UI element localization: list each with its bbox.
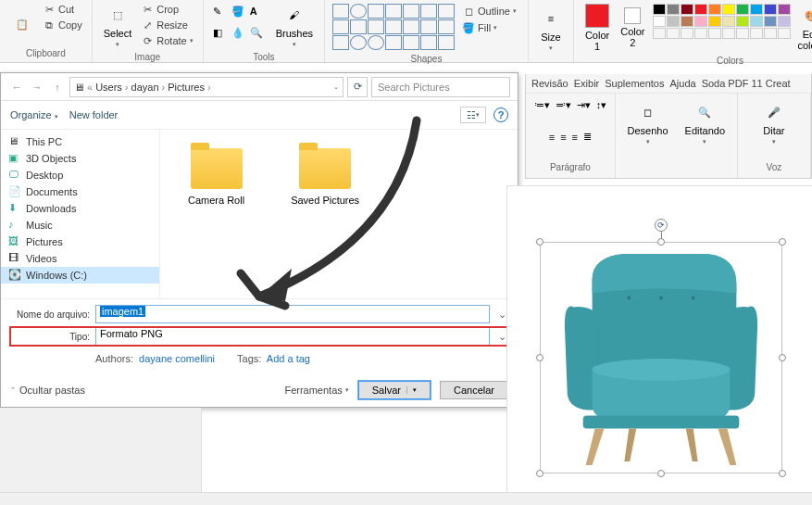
picker-tool[interactable]: 💧 (231, 27, 248, 46)
save-dropdown[interactable]: ▾ (406, 386, 417, 394)
paste-button[interactable]: 📋 (6, 2, 39, 46)
eraser-tool[interactable]: ◧ (213, 27, 230, 46)
crop-button[interactable]: ✂Crop (137, 2, 196, 17)
color1-button[interactable]: Color 1 (580, 2, 615, 54)
tree-downloads[interactable]: ⬇Downloads (1, 200, 159, 217)
breadcrumb[interactable]: 🖥« Users› dayan› Pictures› ⌄ (69, 77, 344, 97)
resize-handle-l[interactable] (536, 354, 543, 361)
tab-ajuda[interactable]: Ajuda (669, 78, 695, 89)
pp-voz-label: Voz (742, 162, 806, 172)
fill-icon: 🪣 (462, 21, 475, 34)
slide-canvas[interactable]: ⟳ (506, 185, 812, 500)
resize-handle-tl[interactable] (536, 238, 543, 246)
tree-3d-label: 3D Objects (26, 153, 76, 164)
resize-handle-b[interactable] (657, 470, 665, 477)
pp-editando-btn[interactable]: 🔍Editando▾ (680, 99, 731, 147)
meta-row: Authors: dayane comellini Tags: Add a ta… (10, 349, 508, 368)
authors-value[interactable]: dayane comellini (139, 353, 215, 364)
filename-input[interactable]: imagem1 (95, 305, 490, 323)
refresh-button[interactable]: ⟳ (347, 77, 368, 97)
tab-sodapdf[interactable]: Soda PDF 11 Creat (702, 78, 791, 89)
tree-3dobjects[interactable]: ▣3D Objects (1, 150, 159, 167)
tree-videos[interactable]: 🎞Videos (1, 250, 159, 267)
crumb-pictures[interactable]: Pictures (168, 82, 205, 93)
crumb-dropdown[interactable]: ⌄ (333, 83, 339, 91)
crumb-dayan[interactable]: dayan (131, 82, 159, 93)
colors-group-label: Colors (580, 54, 812, 68)
tree-thispc-label: This PC (26, 136, 62, 147)
nav-fwd-button[interactable]: → (29, 79, 45, 95)
tab-revisao[interactable]: Revisão (531, 78, 568, 89)
dialog-actions: ⌃ Ocultar pastas Ferramentas ▾ Salvar▾ C… (1, 373, 518, 407)
resize-handle-br[interactable] (779, 470, 786, 477)
pp-ditar-btn[interactable]: 🎤Ditar▾ (757, 99, 791, 147)
alignright-icon[interactable]: ≡ (572, 132, 578, 143)
resize-label: Resize (156, 19, 188, 31)
pp-group-paragrafo: ≔▾ ≕▾ ⇥▾ ↕▾ ≡ ≡ ≡ ≣ Parágrafo (526, 94, 616, 178)
edit-colors-button[interactable]: 🎨Edit colors (793, 2, 813, 54)
tree-desktop[interactable]: 🖵Desktop (1, 167, 159, 183)
resize-handle-r[interactable] (779, 354, 786, 361)
fill-tool[interactable]: 🪣 (231, 6, 248, 25)
newfolder-button[interactable]: New folder (69, 109, 119, 120)
tags-value[interactable]: Add a tag (267, 353, 310, 364)
copy-button[interactable]: ⧉Copy (39, 18, 86, 32)
tree-thispc[interactable]: 🖥This PC (1, 133, 159, 150)
cancel-button[interactable]: Cancelar (440, 381, 508, 399)
tab-exibir[interactable]: Exibir (574, 78, 600, 89)
resize-handle-t[interactable] (657, 238, 665, 246)
cut-button[interactable]: ✂Cut (39, 2, 86, 17)
justify-icon[interactable]: ≣ (583, 131, 592, 143)
hide-folders-button[interactable]: ⌃ Ocultar pastas (10, 385, 85, 396)
edit-colors-label: Edit colors (798, 29, 813, 51)
zoom-tool[interactable]: 🔍 (250, 27, 267, 46)
resize-button[interactable]: ⤢Resize (137, 18, 196, 32)
select-button[interactable]: ⬚Select▾ (98, 2, 138, 50)
align-icon[interactable]: ↕▾ (596, 99, 607, 111)
folder-savedpictures-label: Saved Pictures (291, 195, 359, 206)
tree-pictures[interactable]: 🖼Pictures (1, 234, 159, 250)
nav-up-button[interactable]: ↑ (49, 79, 66, 95)
select-label: Select (104, 28, 132, 39)
image-selection[interactable]: ⟳ (540, 242, 782, 473)
resize-handle-tr[interactable] (779, 238, 786, 246)
view-options-button[interactable]: ☷ ▾ (460, 107, 486, 123)
color-palette[interactable] (651, 2, 793, 54)
tree-documents[interactable]: 📄Documents (1, 183, 159, 200)
filetype-input[interactable]: Formato PNG (95, 327, 490, 346)
copy-icon: ⧉ (43, 19, 56, 32)
brushes-button[interactable]: 🖌Brushes▾ (270, 2, 319, 50)
rotate-button[interactable]: ⟳Rotate▾ (137, 33, 196, 48)
save-dialog: ← → ↑ 🖥« Users› dayan› Pictures› ⌄ ⟳ Sea… (0, 72, 518, 408)
horizontal-scrollbar[interactable] (0, 492, 812, 505)
pencil-tool[interactable]: ✎ (213, 6, 230, 25)
size-button[interactable]: ≡Size▾ (534, 2, 568, 57)
crumb-users[interactable]: Users (95, 82, 122, 93)
save-button[interactable]: Salvar▾ (358, 381, 431, 399)
help-button[interactable]: ? (493, 107, 508, 122)
folder-savedpictures[interactable]: Saved Pictures (291, 148, 359, 298)
organize-button[interactable]: Organize ▾ (10, 109, 58, 120)
pp-desenho-btn[interactable]: ◻Desenho▾ (622, 99, 674, 147)
rotate-handle[interactable]: ⟳ (655, 219, 668, 232)
folder-cameraroll[interactable]: Camera Roll (188, 148, 244, 298)
indent-icon[interactable]: ⇥▾ (577, 99, 591, 111)
resize-handle-bl[interactable] (536, 470, 543, 477)
bullets-icon[interactable]: ≔▾ (534, 99, 550, 111)
nav-back-button[interactable]: ← (8, 79, 25, 95)
tree-music[interactable]: ♪Music (1, 217, 159, 234)
color2-button[interactable]: Color 2 (615, 2, 650, 54)
outline-button[interactable]: ◻Outline▾ (458, 4, 520, 19)
tools-dropdown[interactable]: Ferramentas ▾ (284, 385, 348, 396)
search-input[interactable]: Search Pictures (371, 77, 510, 97)
folder-cameraroll-label: Camera Roll (188, 195, 244, 206)
aligncenter-icon[interactable]: ≡ (560, 132, 566, 143)
fill-button[interactable]: 🪣Fill▾ (458, 20, 520, 35)
tree-windows-c[interactable]: 💽Windows (C:) (1, 267, 159, 284)
tab-suplementos[interactable]: Suplementos (605, 78, 664, 89)
alignleft-icon[interactable]: ≡ (549, 132, 555, 143)
numbering-icon[interactable]: ≕▾ (556, 99, 571, 111)
shapes-gallery[interactable] (331, 2, 456, 52)
dialog-toolbar: Organize ▾ New folder ☷ ▾ ? (1, 101, 518, 130)
text-tool[interactable]: A (250, 6, 267, 25)
